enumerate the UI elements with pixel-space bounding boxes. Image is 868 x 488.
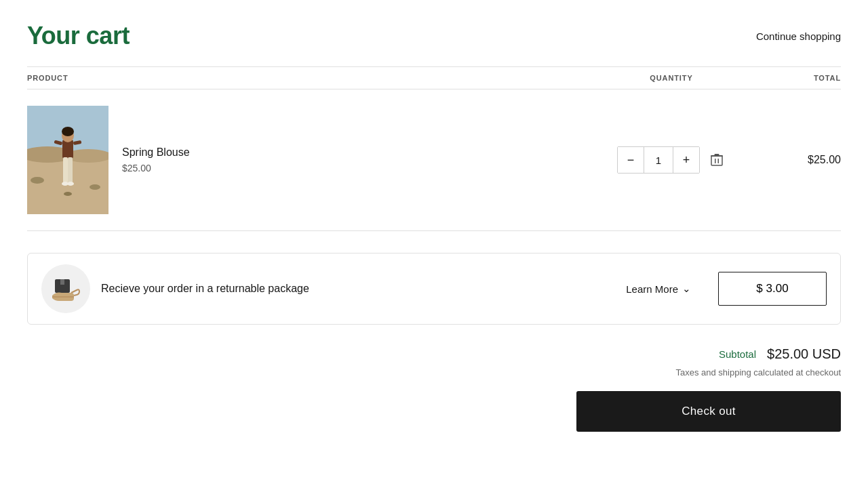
quantity-value: 1: [644, 147, 673, 173]
svg-rect-20: [715, 154, 719, 156]
learn-more-label: Learn More: [626, 283, 678, 295]
quantity-controls: − 1 +: [597, 146, 746, 174]
item-total: $25.00: [746, 154, 841, 166]
product-name: Spring Blouse: [122, 146, 190, 159]
svg-point-9: [62, 127, 74, 136]
product-details: Spring Blouse $25.00: [122, 146, 190, 174]
column-header-product: PRODUCT: [27, 74, 597, 82]
column-header-quantity: QUANTITY: [597, 74, 746, 82]
product-info: Spring Blouse $25.00: [27, 106, 597, 214]
plus-icon: +: [683, 153, 690, 167]
quantity-decrease-button[interactable]: −: [618, 147, 644, 173]
page-header: Your cart Continue shopping: [27, 22, 841, 50]
returnable-package-banner: Recieve your order in a returnable packa…: [27, 253, 841, 325]
page-title: Your cart: [27, 22, 130, 50]
delete-item-button[interactable]: [708, 150, 726, 169]
product-image: [27, 106, 108, 214]
tax-note: Taxes and shipping calculated at checkou…: [675, 367, 841, 378]
svg-rect-17: [715, 159, 716, 163]
continue-shopping-button[interactable]: Continue shopping: [756, 30, 841, 42]
product-price: $25.00: [122, 163, 190, 174]
banner-icon-container: [41, 264, 90, 313]
subtotal-value: $25.00 USD: [767, 346, 841, 362]
chevron-down-icon: ⌄: [682, 283, 691, 295]
trash-icon: [711, 153, 723, 167]
cart-summary: Subtotal $25.00 USD Taxes and shipping c…: [27, 346, 841, 432]
svg-rect-18: [718, 159, 719, 163]
quantity-increase-button[interactable]: +: [673, 147, 699, 173]
column-header-total: TOTAL: [746, 74, 841, 82]
svg-rect-7: [62, 140, 73, 159]
returnable-package-icon: [47, 270, 85, 308]
learn-more-button[interactable]: Learn More ⌄: [610, 283, 707, 295]
svg-point-13: [67, 182, 74, 186]
minus-icon: −: [627, 153, 635, 167]
svg-rect-22: [60, 279, 64, 285]
cart-item: Spring Blouse $25.00 − 1 +: [27, 89, 841, 231]
checkout-button[interactable]: Check out: [576, 391, 841, 432]
banner-text: Recieve your order in a returnable packa…: [101, 283, 599, 295]
svg-rect-10: [63, 157, 68, 183]
quantity-box: − 1 +: [617, 146, 700, 174]
subtotal-row: Subtotal $25.00 USD: [719, 346, 841, 362]
cart-table-header: PRODUCT QUANTITY TOTAL: [27, 66, 841, 89]
svg-point-4: [31, 177, 44, 184]
svg-rect-11: [68, 157, 73, 183]
svg-point-6: [64, 192, 72, 196]
svg-point-5: [90, 184, 100, 190]
subtotal-label: Subtotal: [719, 348, 756, 360]
add-returnable-package-button[interactable]: $ 3.00: [718, 272, 827, 306]
svg-rect-16: [711, 156, 722, 165]
